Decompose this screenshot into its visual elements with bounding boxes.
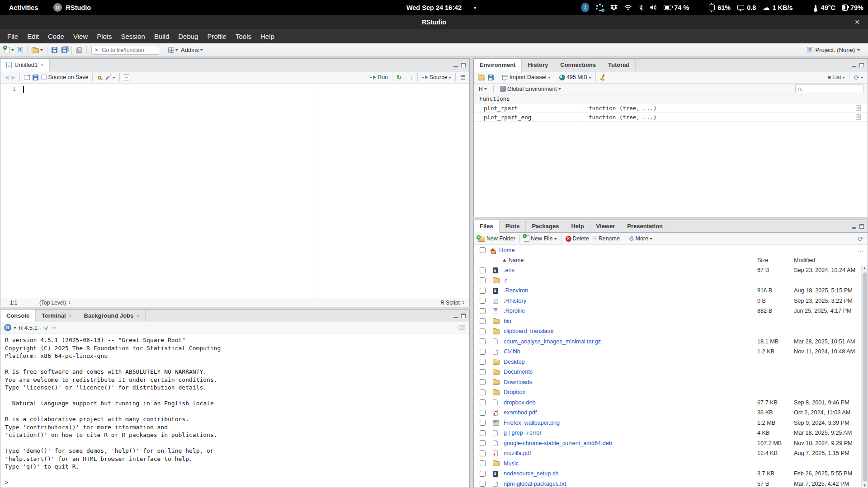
source-on-save-checkbox[interactable]: Source on Save bbox=[40, 72, 90, 83]
file-checkbox[interactable] bbox=[480, 440, 486, 446]
file-name-link[interactable]: .Rprofile bbox=[503, 308, 757, 314]
menu-item[interactable]: Plots bbox=[92, 29, 116, 43]
console-tab[interactable]: Console bbox=[0, 310, 36, 322]
minimize-pane-icon[interactable] bbox=[852, 66, 856, 68]
file-row[interactable]: google-chrome-stable_current_amd64.deb 1… bbox=[474, 438, 868, 449]
console-tab[interactable]: Background Jobs × bbox=[78, 310, 146, 322]
clear-workspace-button[interactable] bbox=[599, 72, 608, 83]
environment-tab[interactable]: History bbox=[522, 59, 554, 71]
file-row[interactable]: Downloads bbox=[474, 377, 868, 388]
file-checkbox[interactable] bbox=[480, 420, 486, 426]
path-more-button[interactable]: ... bbox=[858, 247, 864, 253]
column-size-header[interactable]: Size bbox=[757, 257, 794, 263]
battery2-indicator[interactable]: 79% bbox=[842, 4, 863, 11]
file-name-link[interactable]: cours_analyse_images_minimal.tar.gz bbox=[503, 338, 757, 345]
file-row[interactable]: bin bbox=[474, 316, 868, 327]
view-object-icon[interactable] bbox=[856, 105, 861, 111]
environment-selector[interactable]: Global Environment bbox=[499, 84, 562, 94]
file-row[interactable]: exambod.pdf 36 KB Oct 2, 2024, 11:03 AM bbox=[474, 408, 868, 418]
refresh-files-button[interactable]: ⟳ bbox=[856, 233, 865, 244]
environment-search-box[interactable] bbox=[795, 84, 864, 93]
environment-object-row[interactable]: plot_rpart_eog function (tree, ...) bbox=[474, 113, 868, 122]
app-indicator-icon[interactable] bbox=[596, 4, 604, 11]
activities-button[interactable]: Activities bbox=[9, 4, 38, 11]
menu-item[interactable]: Build bbox=[150, 29, 174, 43]
menu-item[interactable]: Tools bbox=[231, 29, 256, 43]
new-blank-file-button[interactable]: + New File bbox=[523, 233, 558, 244]
tab-close-icon[interactable]: × bbox=[69, 313, 72, 319]
pane-layout-button[interactable] bbox=[167, 45, 179, 56]
rename-file-button[interactable]: Rename bbox=[590, 233, 621, 244]
file-row[interactable]: clipboard_translator bbox=[474, 326, 868, 337]
file-checkbox[interactable] bbox=[480, 379, 486, 385]
maximize-pane-icon[interactable] bbox=[859, 63, 864, 67]
focused-app-menu[interactable]: R RStudio bbox=[53, 3, 91, 12]
file-name-link[interactable]: .env bbox=[503, 267, 757, 273]
file-name-link[interactable]: CV.bib bbox=[503, 348, 757, 355]
file-row[interactable]: .Renviron 916 B Aug 18, 2025, 5:15 PM bbox=[474, 286, 868, 296]
files-pane-tab[interactable]: Viewer bbox=[590, 220, 622, 232]
file-checkbox[interactable] bbox=[480, 460, 486, 466]
find-replace-button[interactable] bbox=[95, 72, 104, 83]
file-row[interactable]: Music bbox=[474, 459, 868, 469]
environment-tab[interactable]: Connections bbox=[554, 59, 602, 71]
files-scrollbar[interactable]: ▲ ▼ bbox=[861, 265, 868, 488]
project-selector[interactable]: R Project: (None) bbox=[806, 45, 861, 56]
menu-item[interactable]: View bbox=[69, 29, 92, 43]
volume-icon[interactable] bbox=[650, 5, 657, 10]
refresh-environment-button[interactable]: ⟳ bbox=[852, 72, 865, 83]
nav-forward-button[interactable]: ▶ bbox=[10, 72, 17, 83]
file-row[interactable]: Desktop bbox=[474, 357, 868, 367]
file-name-link[interactable]: .Rhistory bbox=[503, 298, 757, 304]
tab-untitled1[interactable]: Untitled1 × bbox=[0, 59, 50, 71]
bluetooth-status-icon[interactable] bbox=[639, 5, 643, 11]
open-in-window-button[interactable] bbox=[23, 72, 31, 83]
environment-search-input[interactable] bbox=[802, 85, 861, 93]
file-row[interactable]: CV.bib 1.2 KB Nov 11, 2024, 10:48 AM bbox=[474, 347, 868, 357]
menu-item[interactable]: Code bbox=[43, 29, 69, 43]
file-row[interactable]: .r bbox=[474, 276, 868, 286]
file-checkbox[interactable] bbox=[480, 338, 486, 344]
goto-file-input[interactable] bbox=[101, 47, 151, 54]
new-folder-button[interactable]: + New Folder bbox=[476, 233, 517, 244]
console-options-icon[interactable]: ⌫ bbox=[458, 324, 466, 331]
minimize-pane-icon[interactable] bbox=[453, 317, 458, 319]
code-tools-button[interactable] bbox=[104, 72, 117, 83]
filetype-selector[interactable]: R Script bbox=[440, 300, 465, 306]
tab-close-icon[interactable]: × bbox=[136, 313, 139, 319]
file-name-link[interactable]: google-chrome-stable_current_amd64.deb bbox=[503, 440, 757, 446]
file-row[interactable]: .env 67 B Sep 23, 2024, 10:24 AM bbox=[474, 265, 868, 276]
temperature-indicator[interactable]: 49°C bbox=[813, 4, 835, 11]
more-file-commands-button[interactable]: ⚙ More bbox=[627, 233, 654, 244]
file-name-link[interactable]: .r bbox=[503, 277, 757, 284]
file-checkbox[interactable] bbox=[480, 318, 486, 324]
view-object-icon[interactable] bbox=[856, 114, 861, 120]
cpu-indicator[interactable]: 61% bbox=[709, 4, 731, 11]
file-name-link[interactable]: bin bbox=[503, 318, 757, 324]
import-dataset-button[interactable]: Import Dataset bbox=[501, 72, 552, 83]
nav-back-button[interactable]: ◀ bbox=[3, 72, 10, 83]
run-button[interactable]: Run bbox=[368, 72, 389, 83]
print-button[interactable] bbox=[75, 45, 84, 56]
environment-tab[interactable]: Environment bbox=[474, 59, 522, 71]
file-name-link[interactable]: .Renviron bbox=[503, 287, 757, 294]
open-file-button[interactable] bbox=[30, 45, 44, 56]
compile-report-button[interactable] bbox=[123, 72, 131, 83]
load-indicator[interactable]: 0.8 bbox=[737, 4, 756, 11]
menu-item[interactable]: Edit bbox=[23, 29, 43, 43]
file-row[interactable]: g | grep -i error 4 KB Mar 18, 2025, 9:2… bbox=[474, 428, 868, 438]
file-checkbox[interactable] bbox=[480, 369, 486, 375]
environment-tab[interactable]: Tutorial bbox=[602, 59, 636, 71]
file-checkbox[interactable] bbox=[480, 288, 486, 294]
menu-item[interactable]: File bbox=[3, 29, 23, 43]
file-checkbox[interactable] bbox=[480, 277, 486, 283]
files-pane-tab[interactable]: Presentation bbox=[621, 220, 669, 232]
console-tab[interactable]: Terminal × bbox=[36, 310, 78, 322]
addins-button[interactable]: Addins bbox=[179, 45, 204, 56]
goto-directory-icon[interactable]: ➦ bbox=[52, 324, 57, 331]
file-checkbox[interactable] bbox=[480, 267, 486, 273]
file-name-link[interactable]: Desktop bbox=[503, 359, 757, 365]
files-pane-tab[interactable]: Plots bbox=[500, 220, 526, 232]
file-name-link[interactable]: Dropbox bbox=[503, 389, 757, 395]
file-row[interactable]: Firefox_wallpaper.png 1.2 MB Sep 9, 2024… bbox=[474, 418, 868, 428]
